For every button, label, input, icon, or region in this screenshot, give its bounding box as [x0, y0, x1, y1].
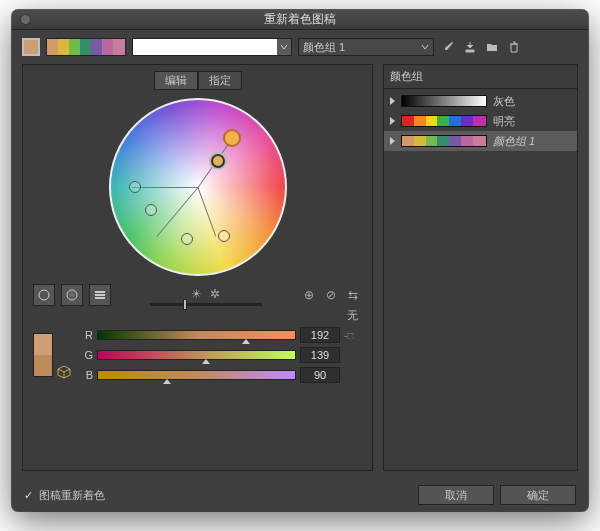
cube-icon[interactable]: [57, 365, 71, 379]
svg-rect-4: [95, 297, 105, 299]
g-slider[interactable]: [97, 350, 296, 360]
tabs: 编辑 指定: [33, 71, 362, 90]
b-value[interactable]: 90: [300, 367, 340, 383]
tab-edit[interactable]: 编辑: [154, 71, 198, 90]
expand-triangle-icon[interactable]: [390, 137, 395, 145]
color-wheel[interactable]: [109, 98, 287, 276]
link-icon[interactable]: ⇆: [344, 286, 362, 304]
trash-icon[interactable]: [506, 39, 522, 55]
harmony-presets-combo[interactable]: [132, 38, 292, 56]
color-groups-list: 灰色明亮颜色组 1: [384, 89, 577, 470]
wheel-handle[interactable]: [181, 233, 193, 245]
b-slider[interactable]: [97, 370, 296, 380]
titlebar: 重新着色图稿: [12, 10, 588, 30]
wheel-handle[interactable]: [129, 181, 141, 193]
cancel-button[interactable]: 取消: [418, 485, 494, 505]
toolbar: 颜色组 1: [12, 30, 588, 64]
color-group-swatch: [401, 115, 487, 127]
svg-rect-3: [95, 294, 105, 296]
color-group-name: 颜色组 1: [493, 134, 535, 149]
ok-button[interactable]: 确定: [500, 485, 576, 505]
wheel-handle[interactable]: [211, 154, 225, 168]
r-slider[interactable]: [97, 330, 296, 340]
wheel-smooth-icon[interactable]: [33, 284, 55, 306]
window-title: 重新着色图稿: [12, 11, 588, 28]
left-panel: 编辑 指定: [22, 64, 373, 471]
footer: ✓ 图稿重新着色 取消 确定: [12, 477, 588, 511]
g-value[interactable]: 139: [300, 347, 340, 363]
gear-icon[interactable]: ✲: [206, 285, 224, 303]
g-label: G: [79, 349, 93, 361]
svg-point-0: [39, 290, 49, 300]
color-groups-header: 颜色组: [384, 65, 577, 89]
color-group-row[interactable]: 明亮: [384, 111, 577, 131]
traffic-light-close[interactable]: [20, 14, 31, 25]
color-group-swatch: [401, 135, 487, 147]
rgb-panel: R 192 -□ G 139 B 90: [33, 327, 362, 383]
chevron-down-icon: [421, 43, 429, 51]
save-group-icon[interactable]: [462, 39, 478, 55]
color-group-dropdown[interactable]: 颜色组 1: [298, 38, 434, 56]
adjust-icon[interactable]: -□: [344, 330, 362, 341]
eyedropper-icon[interactable]: [440, 39, 456, 55]
color-group-name: 明亮: [493, 114, 515, 129]
svg-rect-2: [95, 291, 105, 293]
wheel-segment-icon[interactable]: [61, 284, 83, 306]
wheel-bar-icon[interactable]: [89, 284, 111, 306]
color-groups-panel: 颜色组 灰色明亮颜色组 1: [383, 64, 578, 471]
color-group-name: 灰色: [493, 94, 515, 109]
link-break-icon[interactable]: ⊘: [322, 286, 340, 304]
chevron-down-icon: [277, 39, 291, 55]
wheel-handle[interactable]: [218, 230, 230, 242]
active-color-group-strip[interactable]: [46, 38, 126, 56]
new-folder-icon[interactable]: [484, 39, 500, 55]
wheel-handle[interactable]: [145, 204, 157, 216]
wheel-handle-primary[interactable]: [223, 129, 241, 147]
sun-icon[interactable]: ☀: [188, 285, 206, 303]
r-value[interactable]: 192: [300, 327, 340, 343]
link-add-icon[interactable]: ⊕: [300, 286, 318, 304]
color-group-dropdown-label: 颜色组 1: [303, 40, 345, 55]
color-group-row[interactable]: 颜色组 1: [384, 131, 577, 151]
selected-color-swatch[interactable]: [33, 333, 53, 377]
recolor-checkbox-label[interactable]: 图稿重新着色: [39, 488, 105, 503]
b-label: B: [79, 369, 93, 381]
recolor-checkbox[interactable]: ✓: [24, 489, 33, 502]
expand-triangle-icon[interactable]: [390, 97, 395, 105]
color-group-row[interactable]: 灰色: [384, 91, 577, 111]
none-label: 无: [33, 308, 362, 323]
color-group-swatch: [401, 95, 487, 107]
brightness-slider[interactable]: [150, 303, 262, 306]
expand-triangle-icon[interactable]: [390, 117, 395, 125]
active-color-swatch[interactable]: [22, 38, 40, 56]
tab-assign[interactable]: 指定: [198, 71, 242, 90]
r-label: R: [79, 329, 93, 341]
